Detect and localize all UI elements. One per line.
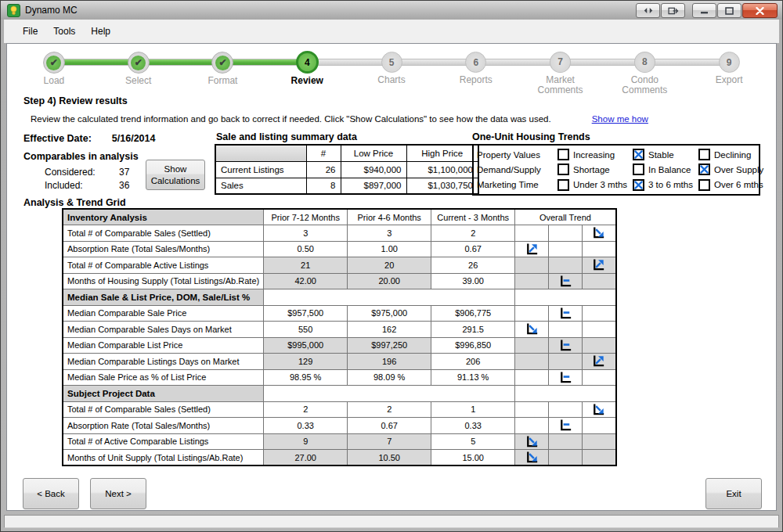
trend-cell	[515, 354, 549, 370]
menu-help[interactable]: Help	[83, 23, 118, 40]
check-icon: ✔	[135, 57, 143, 68]
next-button[interactable]: Next >	[90, 478, 146, 509]
value-cell: 1.00	[348, 241, 431, 257]
value-cell: $995,000	[264, 337, 348, 354]
value-cell: 0.33	[431, 418, 515, 434]
trend-option-label: 3 to 6 mths	[648, 180, 693, 189]
trend-checkbox[interactable]	[698, 149, 710, 160]
summary-header-low: Low Price	[341, 145, 406, 161]
grid-row: Median Comparable Sale Price$957,500$975…	[63, 305, 616, 322]
trend-flat-icon	[549, 369, 583, 386]
row-label-cell: Total # of Comparable Sales (Settled)	[63, 225, 264, 242]
trend-cell	[549, 225, 583, 242]
trend-flat-icon	[549, 337, 583, 354]
considered-row: Considered: 37	[45, 167, 96, 178]
trend-option-label: Increasing	[573, 150, 615, 160]
trend-checkbox[interactable]	[698, 179, 710, 191]
trend-up-icon	[583, 354, 616, 370]
trend-cell	[583, 241, 616, 257]
close-button[interactable]	[742, 3, 778, 18]
row-label-cell: Total # of Comparable Sales (Settled)	[63, 401, 264, 418]
trend-cell	[515, 369, 549, 386]
trend-option-label: Under 3 mths	[573, 180, 627, 189]
popout-window-button[interactable]	[661, 3, 685, 18]
trend-up-icon	[515, 241, 549, 257]
value-cell: 0.50	[264, 241, 348, 257]
wizard-step-select[interactable]: ✔2Select	[96, 49, 181, 95]
row-label-cell: Total # of Active Comparable Listings	[63, 433, 264, 450]
value-cell: 0.67	[431, 241, 515, 257]
trend-down-icon	[515, 450, 549, 466]
value-cell: 98.95 %	[264, 369, 348, 386]
value-cell: 196	[348, 354, 431, 370]
trend-cell	[515, 418, 549, 434]
wizard-step-condo-comments[interactable]: 8Condo Comments	[602, 49, 687, 95]
trend-checkbox[interactable]	[557, 164, 569, 175]
value-cell: 1	[431, 401, 515, 418]
trend-checkbox[interactable]	[698, 164, 710, 175]
wizard-step-charts[interactable]: 5Charts	[349, 49, 434, 95]
grid-header-current-3: Current - 3 Months	[431, 209, 515, 225]
show-calculations-button[interactable]: Show Calculations	[146, 160, 205, 190]
wizard-step-format[interactable]: ✔3Format	[181, 49, 265, 95]
menu-file[interactable]: File	[15, 23, 45, 40]
value-cell: 550	[264, 322, 348, 338]
wizard-progress: ✔1Load ✔2Select ✔3Format 4Review 5Charts…	[12, 49, 771, 95]
trend-checkbox[interactable]	[633, 179, 644, 191]
grid-header-overall-trend: Overall Trend	[515, 209, 616, 225]
trend-cell	[549, 433, 583, 450]
trend-row-marketing-time: Marketing Time Under 3 mths 3 to 6 mths …	[477, 179, 756, 191]
trend-cell	[583, 322, 616, 338]
grid-title: Analysis & Trend Grid	[23, 197, 126, 208]
row-label-cell: Total # of Comparable Active Listings	[63, 257, 264, 274]
considered-label: Considered:	[45, 167, 96, 178]
trend-checkbox[interactable]	[557, 179, 569, 191]
included-row: Included: 36	[45, 180, 83, 191]
back-button[interactable]: < Back	[23, 478, 79, 509]
value-cell: 3	[264, 225, 348, 242]
trend-row-label: Property Values	[477, 150, 557, 160]
wizard-step-reports[interactable]: 6Reports	[434, 49, 518, 95]
trend-option-label: In Balance	[648, 165, 691, 174]
value-cell: $957,500	[264, 305, 348, 322]
minimize-button[interactable]	[692, 3, 716, 18]
trend-checkbox[interactable]	[557, 149, 569, 160]
trend-flat-icon	[549, 273, 583, 289]
window-title: Dynamo MC	[25, 5, 78, 16]
grid-row: Total # of Comparable Sales (Settled)332	[63, 225, 616, 242]
step-title: Step 4) Review results	[23, 95, 128, 106]
trend-cell	[549, 257, 583, 274]
grid-row: Median Sale Price as % of List Price98.9…	[63, 369, 616, 386]
exit-button[interactable]: Exit	[705, 478, 762, 509]
wizard-step-load[interactable]: ✔1Load	[12, 49, 96, 95]
trend-option-label: Declining	[714, 150, 751, 160]
effective-date-value: 5/16/2014	[112, 133, 156, 144]
swap-panes-button[interactable]	[636, 3, 660, 18]
maximize-button[interactable]	[717, 3, 742, 18]
check-icon: ✔	[218, 57, 226, 68]
menu-tools[interactable]: Tools	[45, 23, 83, 40]
row-label-cell: Median Comparable List Price	[63, 337, 264, 354]
trend-cell	[583, 433, 616, 450]
wizard-step-review[interactable]: 4Review	[265, 49, 349, 95]
show-me-how-link[interactable]: Show me how	[592, 114, 648, 124]
grid-header-prior-7-12: Prior 7-12 Months	[264, 209, 348, 225]
value-cell: 2	[431, 225, 515, 242]
trend-checkbox[interactable]	[633, 164, 644, 175]
value-cell: $940,000	[341, 161, 406, 178]
empty-cell	[264, 289, 515, 306]
wizard-step-market-comments[interactable]: 7Market Comments	[518, 49, 603, 95]
value-cell: 10.50	[348, 450, 431, 466]
trend-cell	[515, 225, 549, 242]
trend-checkbox[interactable]	[633, 149, 644, 160]
value-cell: 26	[306, 161, 341, 178]
value-cell: 2	[348, 401, 431, 418]
trend-row-demand-supply: Demand/Supply Shortage In Balance Over S…	[477, 164, 756, 175]
wizard-step-export[interactable]: 9Export	[687, 49, 771, 95]
trend-option-label: Over Supply	[714, 165, 763, 174]
grid-row: Months of Unit Supply (Total Listings/Ab…	[63, 450, 616, 466]
empty-cell	[515, 386, 616, 402]
value-cell: $996,850	[431, 337, 515, 354]
grid-header-prior-4-6: Prior 4-6 Months	[348, 209, 431, 225]
trend-up-icon	[583, 257, 616, 274]
